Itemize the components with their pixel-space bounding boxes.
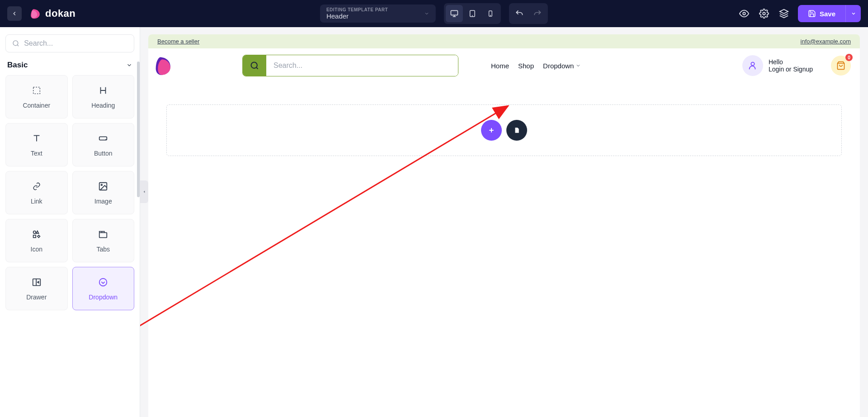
user-icon: [748, 61, 758, 71]
user-login-link[interactable]: Login or Signup: [769, 66, 813, 73]
tablet-icon: [468, 9, 476, 18]
svg-rect-0: [451, 10, 458, 15]
main-nav: Home Shop Dropdown: [491, 62, 581, 70]
caret-left-icon: [142, 190, 146, 194]
link-icon: [31, 182, 42, 190]
collapse-sidebar[interactable]: [140, 180, 148, 203]
widget-tabs[interactable]: Tabs: [72, 219, 135, 262]
button-icon: [98, 133, 108, 143]
plus-icon: [488, 127, 495, 134]
svg-rect-13: [33, 235, 36, 238]
contact-email-link[interactable]: info@example.com: [801, 38, 851, 45]
layers-button[interactable]: [778, 8, 790, 19]
page-icon: [514, 126, 520, 134]
user-avatar[interactable]: [742, 55, 763, 76]
chevron-down-icon: [424, 11, 429, 16]
logo-text: dokan: [45, 8, 75, 19]
search-input[interactable]: [24, 39, 127, 47]
dropdown-icon: [98, 277, 108, 287]
svg-point-11: [101, 184, 103, 185]
redo-button[interactable]: [529, 5, 546, 22]
save-button[interactable]: Save: [798, 5, 845, 22]
svg-point-5: [743, 12, 745, 15]
section-title: Basic: [7, 61, 28, 70]
device-desktop[interactable]: [446, 5, 463, 22]
app-logo: dokan: [29, 7, 75, 20]
redo-icon: [533, 9, 542, 18]
widget-link[interactable]: Link: [5, 171, 68, 214]
cart-button[interactable]: 0: [831, 56, 851, 76]
svg-point-16: [99, 279, 107, 286]
save-icon: [808, 9, 816, 18]
widget-label: Text: [31, 150, 42, 157]
undo-icon: [515, 9, 524, 18]
search-submit[interactable]: [243, 55, 266, 76]
nav-dropdown[interactable]: Dropdown: [543, 62, 581, 70]
layers-icon: [779, 9, 789, 19]
search-icon: [12, 39, 19, 47]
widget-container[interactable]: Container: [5, 75, 68, 118]
site-search-input[interactable]: [266, 55, 458, 76]
widget-label: Tabs: [96, 246, 110, 253]
svg-rect-14: [99, 232, 107, 237]
desktop-icon: [450, 9, 459, 18]
device-switcher: [444, 3, 501, 24]
save-dropdown[interactable]: [845, 5, 861, 22]
scrollbar[interactable]: [137, 62, 140, 197]
save-label: Save: [820, 10, 835, 18]
template-selector[interactable]: EDITING TEMPLATE PART Header: [320, 5, 436, 23]
nav-home[interactable]: Home: [491, 62, 509, 70]
site-header: Home Shop Dropdown Hello Login or Signup: [148, 48, 860, 83]
site-search: [242, 55, 458, 76]
widget-text[interactable]: Text: [5, 123, 68, 166]
back-button[interactable]: [7, 6, 22, 21]
device-mobile[interactable]: [482, 5, 499, 22]
chevron-down-icon: [126, 62, 132, 68]
widget-label: Icon: [31, 246, 42, 253]
user-block: Hello Login or Signup 0: [742, 55, 851, 76]
canvas: Become a seller info@example.com Home Sh…: [140, 27, 868, 417]
image-icon: [98, 181, 108, 191]
add-template-button[interactable]: [506, 120, 527, 141]
widget-dropdown[interactable]: Dropdown: [72, 267, 135, 310]
user-greeting: Hello: [769, 58, 813, 66]
become-seller-link[interactable]: Become a seller: [157, 38, 199, 45]
widget-drawer[interactable]: Drawer: [5, 267, 68, 310]
cart-badge: 0: [845, 54, 853, 61]
widget-image[interactable]: Image: [72, 171, 135, 214]
widget-label: Container: [23, 102, 50, 109]
widget-label: Drawer: [26, 294, 47, 301]
settings-button[interactable]: [758, 8, 770, 19]
element-search[interactable]: [5, 34, 134, 52]
text-icon: [32, 133, 42, 143]
dropzone[interactable]: [166, 104, 842, 156]
svg-point-6: [763, 12, 765, 15]
device-tablet[interactable]: [464, 5, 481, 22]
announcement-bar: Become a seller info@example.com: [148, 34, 860, 48]
mobile-icon: [487, 9, 494, 18]
gear-icon: [759, 9, 769, 19]
drawer-icon: [32, 277, 42, 287]
widget-button[interactable]: Button: [72, 123, 135, 166]
nav-shop[interactable]: Shop: [518, 62, 534, 70]
svg-point-2: [472, 15, 473, 16]
widget-heading[interactable]: Heading: [72, 75, 135, 118]
widget-icon[interactable]: Icon: [5, 219, 68, 262]
heading-icon: [98, 85, 108, 95]
chevron-down-icon: [576, 63, 581, 68]
preview-button[interactable]: [738, 8, 750, 19]
widget-label: Button: [94, 150, 112, 157]
svg-point-17: [251, 62, 257, 68]
search-icon: [250, 61, 259, 70]
add-block-button[interactable]: [481, 120, 502, 141]
shopping-bag-icon: [836, 61, 845, 70]
svg-rect-8: [33, 87, 40, 94]
elements-sidebar: Basic Container Heading Text Button: [0, 27, 140, 417]
svg-point-12: [33, 231, 36, 234]
container-icon: [32, 85, 42, 95]
widget-label: Link: [31, 198, 42, 205]
chevron-down-icon: [851, 11, 856, 16]
undo-button[interactable]: [511, 5, 528, 22]
section-basic[interactable]: Basic: [5, 52, 134, 75]
shapes-icon: [32, 229, 42, 239]
